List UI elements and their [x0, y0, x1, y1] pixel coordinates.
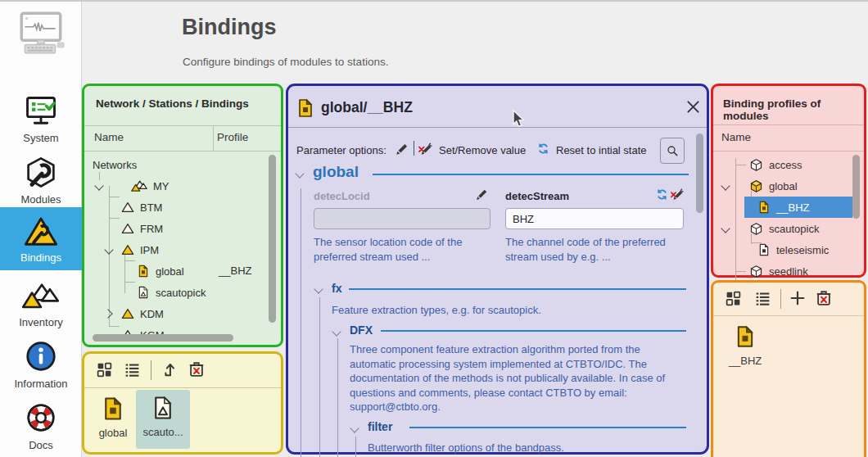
- expander-icon[interactable]: [721, 224, 730, 233]
- field-label-detecStream: detecStream: [505, 190, 569, 202]
- station-bindings-panel: global scauto...: [82, 351, 283, 455]
- app-logo-cell: [0, 2, 82, 84]
- tree-row-scautopick-module[interactable]: scautopick: [749, 218, 819, 239]
- station-icon: [121, 222, 134, 235]
- toolbar-separator: [414, 141, 414, 156]
- tree-row-bhz-profile[interactable]: __BHZ: [757, 197, 809, 218]
- tree-row-networks[interactable]: Networks: [93, 154, 137, 175]
- modules-icon: [23, 155, 59, 191]
- column-header-profile[interactable]: Profile: [217, 131, 248, 143]
- tree-row-btm[interactable]: BTM: [121, 197, 162, 218]
- section-collapse-icon[interactable]: [314, 284, 323, 293]
- tree-row-global-module[interactable]: global: [749, 175, 798, 197]
- binding-item-global[interactable]: global: [93, 391, 133, 447]
- expander-icon[interactable]: [104, 245, 113, 254]
- icon-view-icon[interactable]: [725, 290, 742, 307]
- icon-view-icon[interactable]: [96, 361, 113, 378]
- expander-icon[interactable]: [103, 309, 112, 318]
- tree-row-global-binding[interactable]: global: [137, 260, 184, 282]
- bindings-icon: [23, 215, 59, 251]
- toolbar-separator: [151, 360, 151, 380]
- field-label-detecLocid: detecLocid: [314, 190, 370, 202]
- list-view-icon[interactable]: [754, 290, 771, 307]
- column-header-name[interactable]: Name: [721, 131, 751, 143]
- section-title-dfx: DFX: [350, 324, 373, 337]
- tree-row-my[interactable]: MY: [131, 175, 170, 197]
- reset-label: Reset to intial state: [556, 144, 647, 156]
- sidebar-item-label: Inventory: [0, 316, 82, 328]
- delete-profile-icon[interactable]: [815, 289, 833, 307]
- vertical-scrollbar[interactable]: [269, 155, 276, 323]
- binding-item-scautopick[interactable]: scauto...: [136, 390, 190, 449]
- search-icon: [666, 143, 679, 158]
- binding-file-icon: [734, 324, 757, 350]
- sidebar-item-label: Docs: [0, 439, 82, 451]
- module-icon: [749, 222, 763, 236]
- reset-value-icon[interactable]: [655, 188, 669, 201]
- toolbar-label: Parameter options:: [296, 144, 387, 156]
- tree-row-ipm[interactable]: IPM: [121, 239, 159, 260]
- list-view-icon[interactable]: [124, 361, 141, 378]
- docs-icon: [24, 400, 58, 435]
- sidebar-item-bindings[interactable]: Bindings: [0, 207, 82, 270]
- page-header: Bindings Configure bindings of modules t…: [82, 2, 868, 84]
- sidebar-item-information[interactable]: Information: [0, 334, 82, 395]
- remove-value-icon[interactable]: [670, 187, 685, 201]
- remove-value-icon[interactable]: [418, 141, 433, 156]
- page-subtitle: Configure bindings of modules to station…: [183, 56, 388, 68]
- stations-tree-panel: Network / Stations / Bindings Name Profi…: [82, 84, 283, 347]
- sidebar-item-label: Bindings: [0, 251, 82, 264]
- module-icon: [749, 158, 763, 172]
- section-collapse-icon[interactable]: [332, 327, 341, 336]
- section-collapse-icon[interactable]: [350, 423, 359, 432]
- network-icon: [131, 179, 147, 193]
- sidebar-item-inventory[interactable]: Inventory: [0, 273, 82, 333]
- section-description: Three component feature extraction algor…: [350, 342, 679, 414]
- section-title-filter: filter: [368, 420, 392, 433]
- app-window: Bindings Configure bindings of modules t…: [0, 0, 868, 457]
- sidebar-item-docs[interactable]: Docs: [0, 396, 82, 456]
- stations-panel-title: Network / Stations / Bindings: [96, 97, 249, 110]
- add-profile-icon[interactable]: [789, 289, 807, 307]
- tree-row-seedlink[interactable]: seedlink: [749, 260, 808, 282]
- delete-binding-icon[interactable]: [188, 360, 206, 378]
- profiles-panel-title: Binding profiles of modules: [723, 97, 864, 122]
- expander-icon[interactable]: [94, 181, 103, 190]
- edit-value-icon[interactable]: [475, 188, 489, 201]
- tree-row-teleseismic[interactable]: teleseismic: [757, 239, 829, 260]
- expander-icon[interactable]: [721, 181, 730, 190]
- detecStream-input[interactable]: [505, 208, 684, 229]
- binding-profiles-panel: Binding profiles of modules Name access …: [711, 84, 866, 278]
- station-bound-icon: [121, 307, 134, 320]
- inventory-icon: [21, 281, 61, 314]
- module-icon: [749, 265, 763, 278]
- tree-row-scautopick-binding[interactable]: scautopick: [137, 282, 206, 303]
- sidebar-item-system[interactable]: System: [0, 88, 82, 149]
- system-icon: [23, 93, 59, 129]
- reset-icon[interactable]: [536, 142, 550, 156]
- station-icon: [121, 201, 134, 214]
- sidebar-item-label: System: [0, 132, 82, 144]
- close-icon[interactable]: [685, 98, 702, 115]
- upload-binding-icon[interactable]: [160, 360, 179, 378]
- sidebar-item-modules[interactable]: Modules: [0, 150, 82, 210]
- tree-row-frm[interactable]: FRM: [121, 218, 163, 239]
- detecLocid-input: [314, 208, 491, 229]
- vertical-scrollbar[interactable]: [852, 155, 860, 219]
- tree-row-access[interactable]: access: [749, 154, 802, 175]
- edit-value-icon[interactable]: [395, 142, 409, 156]
- section-collapse-icon[interactable]: [295, 169, 304, 178]
- profile-item-bhz[interactable]: __BHZ: [720, 320, 771, 376]
- section-description: Butterworth filter options of the bandpa…: [368, 441, 697, 455]
- station-bound-icon: [121, 243, 134, 256]
- editor-vertical-scrollbar[interactable]: [696, 133, 703, 213]
- column-header-name[interactable]: Name: [94, 131, 124, 143]
- profile-file-icon: [757, 243, 771, 256]
- section-title-fx: fx: [332, 282, 341, 295]
- search-button[interactable]: [660, 138, 685, 164]
- binding-file-icon: [101, 395, 125, 423]
- horizontal-scrollbar[interactable]: [93, 334, 233, 342]
- sidebar: System Modules Bindings Inventory Inform…: [0, 84, 82, 457]
- tree-row-kdm[interactable]: KDM: [121, 303, 164, 324]
- app-logo-icon: [15, 8, 69, 57]
